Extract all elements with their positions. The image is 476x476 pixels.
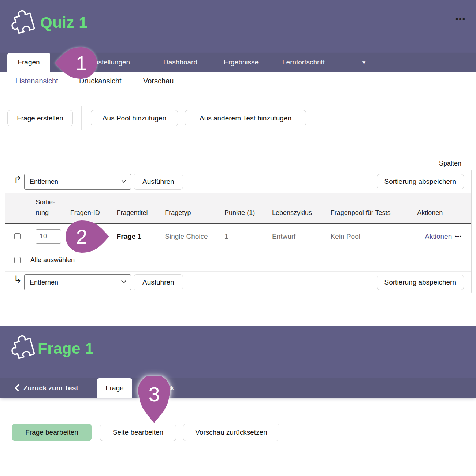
bulk-action-select[interactable]: Entfernen	[24, 174, 131, 190]
puzzle-icon	[7, 7, 37, 37]
cell-points: 1	[220, 233, 267, 241]
questions-table: ↱ Entfernen Ausführen Sortierung abspeic…	[5, 170, 472, 293]
header-lebenszyklus: Lebenszyklus	[267, 208, 326, 223]
edit-page-button[interactable]: Seite bearbeiten	[100, 424, 176, 441]
cell-lifecycle: Entwurf	[267, 233, 326, 241]
kebab-menu-icon[interactable]: •••	[455, 15, 466, 23]
quiz-header: Quiz 1 •••	[0, 0, 476, 53]
button-group-divider	[81, 106, 82, 130]
row-actions-dots-icon[interactable]: •••	[455, 233, 462, 239]
tab-einstellungen[interactable]: Einstellungen	[88, 53, 130, 72]
subtab-listenansicht[interactable]: Listenansicht	[15, 77, 58, 85]
edit-question-button[interactable]: Frage bearbeiten	[12, 424, 92, 441]
question-page-title: Frage 1	[38, 340, 94, 357]
table-header-row: Sortie-rung Fragen-ID Fragentitel Fraget…	[5, 193, 471, 224]
cell-question-title[interactable]: Frage 1	[112, 233, 160, 241]
bulk-action-value-bottom: Entfernen	[30, 279, 58, 286]
execute-button-bottom[interactable]: Ausführen	[134, 274, 183, 290]
bulk-action-value: Entfernen	[30, 178, 58, 186]
execute-button[interactable]: Ausführen	[134, 174, 183, 190]
add-from-pool-button[interactable]: Aus Pool hinzufügen	[91, 110, 178, 126]
sort-order-input[interactable]	[36, 229, 61, 244]
table-toolbar-bottom: ↳ Entfernen Ausführen Sortierung abspeic…	[5, 272, 471, 293]
subtab-vorschau[interactable]: Vorschau	[143, 77, 174, 85]
header-fragen-id: Fragen-ID	[66, 208, 112, 223]
save-sorting-button-bottom[interactable]: Sortierung abspeichern	[377, 275, 464, 290]
row-actions-link[interactable]: Aktionen	[425, 233, 452, 241]
select-all-label: Alle auswählen	[30, 256, 75, 264]
bulk-action-select-bottom[interactable]: Entfernen	[24, 274, 131, 290]
table-row: Frage 1 Single Choice 1 Entwurf Kein Poo…	[5, 224, 471, 249]
tab-frage[interactable]: Frage	[97, 378, 132, 398]
tab-ergebnisse[interactable]: Ergebnisse	[224, 53, 259, 72]
header-punkte: Punkte (1)	[220, 208, 267, 223]
back-to-test-label: Zurück zum Test	[23, 384, 78, 392]
apply-up-arrow-icon: ↱	[14, 175, 22, 185]
add-from-other-test-button[interactable]: Aus anderem Test hinzufügen	[185, 110, 306, 126]
select-all-row: Alle auswählen	[5, 249, 471, 272]
subtab-druckansicht[interactable]: Druckansicht	[79, 77, 122, 85]
tab-feedback[interactable]: Feedback	[144, 378, 174, 398]
create-question-button[interactable]: Frage erstellen	[7, 110, 73, 126]
columns-toggle[interactable]: Spalten	[439, 160, 461, 167]
header-fragentitel: Fragentitel	[112, 208, 160, 223]
chevron-left-icon	[15, 384, 19, 391]
cell-pool: Kein Pool	[326, 233, 413, 241]
back-to-test-link[interactable]: Zurück zum Test	[15, 378, 78, 398]
screenshot-stage: Quiz 1 ••• Fragen Einstellungen Dashboar…	[0, 0, 476, 476]
quiz-tab-bar: Fragen Einstellungen Dashboard Ergebniss…	[0, 53, 476, 72]
header-aktionen: Aktionen	[412, 208, 471, 223]
page-title: Quiz 1	[40, 14, 88, 31]
header-fragetyp: Fragetyp	[160, 208, 220, 223]
apply-down-arrow-icon: ↳	[14, 275, 22, 285]
quiz-subnav: Listenansicht Druckansicht Vorschau	[0, 72, 476, 92]
chevron-down-icon	[121, 280, 126, 283]
tab-fragen[interactable]: Fragen	[7, 53, 50, 72]
question-tab-bar: Zurück zum Test Frage Feedback	[0, 378, 476, 398]
tab-dashboard[interactable]: Dashboard	[163, 53, 197, 72]
reset-preview-button[interactable]: Vorschau zurücksetzen	[183, 424, 279, 441]
row-checkbox[interactable]	[14, 233, 21, 239]
header-fragenpool: Fragenpool für Tests	[326, 208, 413, 223]
puzzle-icon	[7, 332, 37, 362]
save-sorting-button-top[interactable]: Sortierung abspeichern	[377, 174, 464, 189]
header-sortierung: Sortie-rung	[31, 197, 66, 223]
question-header: Frage 1	[0, 326, 476, 378]
tab-lernfortschritt[interactable]: Lernfortschritt	[282, 53, 325, 72]
chevron-down-icon	[121, 179, 126, 183]
header-select-col	[5, 218, 31, 223]
cell-question-type: Single Choice	[160, 233, 220, 241]
select-all-checkbox[interactable]	[14, 257, 21, 263]
table-toolbar-top: ↱ Entfernen Ausführen Sortierung abspeic…	[5, 170, 471, 193]
tab-more-dropdown[interactable]: … ▾	[354, 53, 365, 72]
